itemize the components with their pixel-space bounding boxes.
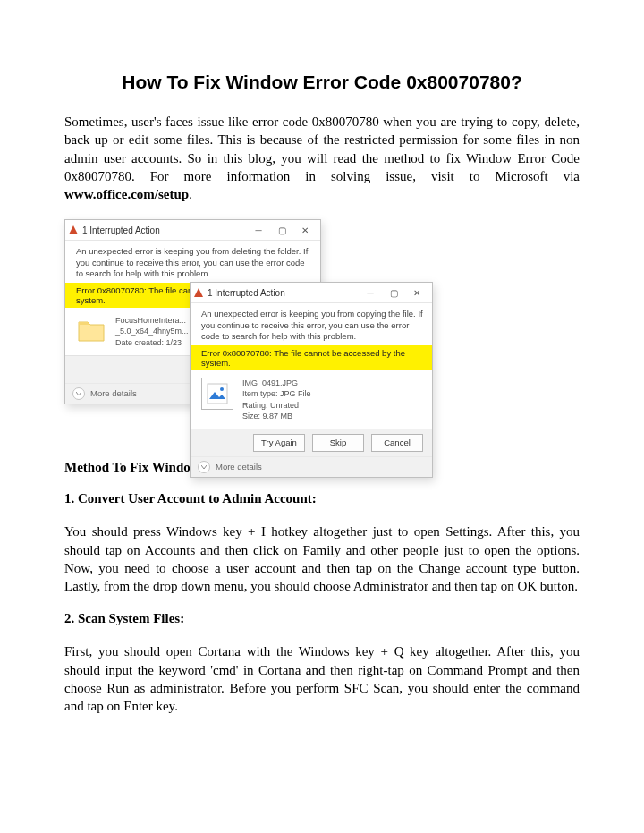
chevron-down-icon <box>198 461 210 473</box>
alert-icon <box>69 225 78 234</box>
title-text: 1 Interrupted Action <box>82 225 247 235</box>
file-info: IMG_0491.JPG Item type: JPG File Rating:… <box>242 378 311 421</box>
maximize-icon[interactable]: ▢ <box>270 220 293 240</box>
file-info: FocusHomeIntera... _5.0_x64_4hny5m... Da… <box>115 315 189 347</box>
try-again-button[interactable]: Try Again <box>253 434 305 452</box>
section-2-body: First, you should open Cortana with the … <box>64 642 580 715</box>
error-message: An unexpected error is keeping you from … <box>191 303 432 345</box>
alert-icon <box>194 288 203 297</box>
file-line-3: Date created: 1/23 <box>115 337 189 348</box>
image-thumb-icon <box>201 378 233 410</box>
section-1-body: You should press Windows key + I hotkey … <box>64 523 580 595</box>
skip-button[interactable]: Skip <box>312 434 364 452</box>
intro-tail: . <box>189 187 192 201</box>
maximize-icon[interactable]: ▢ <box>382 283 405 302</box>
close-icon[interactable]: ✕ <box>405 283 428 302</box>
chevron-down-icon <box>72 387 85 400</box>
intro-text: Sometimes, user's faces issue like error… <box>64 115 580 183</box>
dialog-front: 1 Interrupted Action ─ ▢ ✕ An unexpected… <box>190 282 433 478</box>
section-2-heading: 2. Scan System Files: <box>64 611 580 626</box>
button-row: Try Again Skip Cancel <box>191 429 432 456</box>
folder-icon <box>76 315 106 345</box>
minimize-icon[interactable]: ─ <box>247 220 270 240</box>
file-line-2: Item type: JPG File <box>242 388 311 399</box>
minimize-icon[interactable]: ─ <box>359 283 382 302</box>
error-dialog-screenshot: 1 Interrupted Action ─ ▢ ✕ An unexpected… <box>64 219 431 438</box>
title-text: 1 Interrupted Action <box>208 288 359 298</box>
file-line-2: _5.0_x64_4hny5m... <box>115 326 189 336</box>
intro-paragraph: Sometimes, user's faces issue like error… <box>64 113 580 203</box>
setup-link[interactable]: www.office.com/setup <box>64 187 189 201</box>
titlebar: 1 Interrupted Action ─ ▢ ✕ <box>65 220 320 241</box>
file-line-1: IMG_0491.JPG <box>242 378 311 388</box>
titlebar: 1 Interrupted Action ─ ▢ ✕ <box>191 283 432 303</box>
more-details-label: More details <box>90 388 137 398</box>
file-line-1: FocusHomeIntera... <box>115 315 189 326</box>
file-line-3: Rating: Unrated <box>242 400 311 411</box>
document-page: How To Fix Window Error Code 0x80070780?… <box>0 0 644 785</box>
page-title: How To Fix Window Error Code 0x80070780? <box>64 72 580 93</box>
error-code-highlight: Error 0x80070780: The file cannot be acc… <box>191 345 432 370</box>
section-1-heading: 1. Convert User Account to Admin Account… <box>64 491 580 506</box>
svg-rect-0 <box>208 384 227 404</box>
cancel-button[interactable]: Cancel <box>371 434 423 452</box>
svg-point-1 <box>220 387 224 391</box>
more-details-row[interactable]: More details <box>191 456 432 477</box>
file-line-4: Size: 9.87 MB <box>242 411 311 421</box>
more-details-label: More details <box>216 462 262 472</box>
error-message: An unexpected error is keeping you from … <box>65 241 320 283</box>
file-details: IMG_0491.JPG Item type: JPG File Rating:… <box>191 370 432 429</box>
close-icon[interactable]: ✕ <box>293 220 317 240</box>
